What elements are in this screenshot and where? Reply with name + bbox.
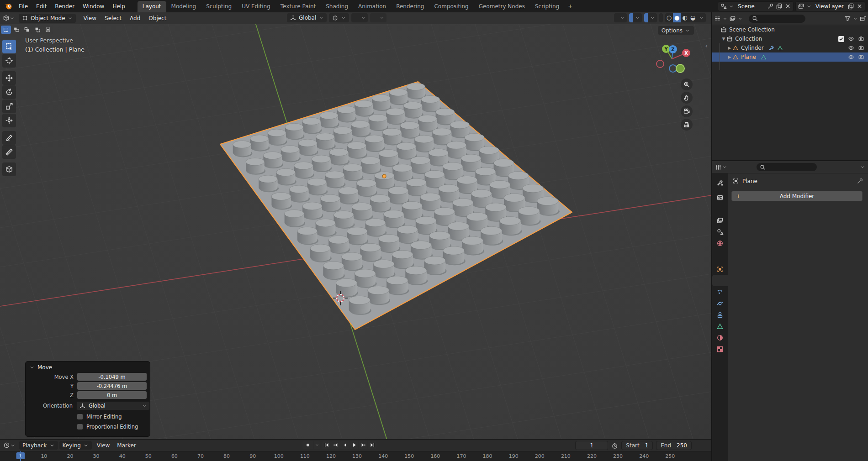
- tab-shading[interactable]: Shading: [321, 1, 353, 12]
- magnet-icon[interactable]: [351, 13, 355, 22]
- properties-tab-data[interactable]: [712, 320, 728, 332]
- tab-layout[interactable]: Layout: [138, 1, 166, 12]
- properties-tab-scene[interactable]: [712, 226, 728, 237]
- properties-tab-render[interactable]: [712, 192, 728, 203]
- timeline-menu-playback[interactable]: Playback: [19, 441, 58, 450]
- tab-uv-editing[interactable]: UV Editing: [237, 1, 275, 12]
- camera-icon[interactable]: [858, 36, 864, 42]
- tool-scale[interactable]: [2, 100, 16, 113]
- tab-scripting[interactable]: Scripting: [530, 1, 564, 12]
- viewport-canvas[interactable]: Options User Perspective (1) Collection …: [0, 24, 711, 440]
- camera-icon[interactable]: [858, 54, 864, 60]
- properties-tab-texture[interactable]: [712, 343, 728, 355]
- properties-tab-object[interactable]: [712, 263, 728, 275]
- blender-logo[interactable]: [4, 2, 13, 10]
- xray-toggle[interactable]: [659, 13, 663, 22]
- tool-move[interactable]: [2, 71, 16, 85]
- shading-rendered-button[interactable]: ◒: [689, 13, 697, 22]
- gizmos-toggle[interactable]: [629, 13, 642, 22]
- tool-annotate[interactable]: [2, 131, 16, 145]
- eye-icon[interactable]: [848, 54, 854, 60]
- tab-modeling[interactable]: Modeling: [166, 1, 201, 12]
- select-mode-subtract[interactable]: [22, 26, 32, 34]
- prev-frame-button[interactable]: [340, 441, 349, 449]
- timeline-editor-icon[interactable]: [3, 442, 10, 449]
- outliner-row-collection[interactable]: ▼Collection: [712, 34, 868, 43]
- navigation-gizmo[interactable]: YZX: [651, 40, 695, 81]
- tool-add-cube[interactable]: [2, 162, 16, 176]
- viewport-menu-object[interactable]: Object: [144, 14, 170, 23]
- properties-editor-icon[interactable]: [715, 164, 722, 171]
- tab-rendering[interactable]: Rendering: [391, 1, 429, 12]
- pin-icon[interactable]: [857, 178, 863, 184]
- next-keyframe-button[interactable]: [359, 441, 367, 449]
- viewport-menu-view[interactable]: View: [79, 14, 101, 23]
- view-layer-selector[interactable]: ViewLayer: [795, 1, 865, 11]
- pin-icon[interactable]: [767, 3, 774, 10]
- properties-tab-view-layer[interactable]: [712, 215, 728, 226]
- properties-tab-particles[interactable]: [712, 286, 728, 298]
- tab-sculpting[interactable]: Sculpting: [201, 1, 237, 12]
- tool-select-box[interactable]: [2, 40, 16, 53]
- checkbox-icon[interactable]: [77, 414, 83, 419]
- chevron-down-icon[interactable]: [359, 13, 368, 22]
- tab-texture-paint[interactable]: Texture Paint: [275, 1, 321, 12]
- zoom-button[interactable]: [681, 79, 693, 90]
- outliner-row-cylinder[interactable]: ▶Cylinder: [712, 43, 868, 52]
- close-icon[interactable]: [784, 3, 791, 10]
- jump-end-button[interactable]: [368, 441, 376, 449]
- editor-type-icon[interactable]: [3, 15, 10, 21]
- outliner-search-input[interactable]: [749, 15, 805, 23]
- snap-target-dropdown[interactable]: [355, 13, 359, 22]
- properties-tab-tool[interactable]: [712, 177, 728, 189]
- select-mode-set[interactable]: [1, 26, 11, 34]
- end-frame-field[interactable]: End 250: [656, 441, 692, 450]
- sidebar-collapse-icon[interactable]: ‹: [705, 42, 708, 49]
- start-frame-field[interactable]: Start 1: [621, 441, 653, 450]
- checkbox-icon[interactable]: [838, 36, 844, 42]
- shading-solid-button[interactable]: ●: [673, 13, 681, 22]
- add-workspace-button[interactable]: +: [564, 1, 576, 11]
- chevron-down-icon[interactable]: [860, 164, 865, 170]
- disclosure-icon[interactable]: ▶: [727, 46, 732, 50]
- properties-search-input[interactable]: [757, 163, 817, 171]
- outliner-filter-id-icon[interactable]: [729, 15, 736, 22]
- timeline-menu-view[interactable]: View: [93, 441, 113, 450]
- tool-rotate[interactable]: [2, 85, 16, 99]
- select-mode-intersect[interactable]: [43, 26, 53, 34]
- shading-wireframe-button[interactable]: ○: [665, 13, 673, 22]
- options-button[interactable]: Options: [658, 26, 694, 35]
- proportional-editing-icon[interactable]: [370, 13, 374, 22]
- properties-tab-constraints[interactable]: [712, 309, 728, 320]
- tool-transform[interactable]: [2, 114, 16, 127]
- pan-button[interactable]: [681, 92, 693, 104]
- shading-material-button[interactable]: ◐: [681, 13, 688, 22]
- play-button[interactable]: [349, 441, 358, 449]
- outliner-row-plane[interactable]: ▶Plane: [712, 52, 868, 62]
- move-field-value[interactable]: 0 m: [77, 391, 147, 399]
- checkbox-icon[interactable]: [77, 424, 83, 430]
- new-collection-icon[interactable]: [859, 15, 866, 22]
- menu-render[interactable]: Render: [51, 1, 79, 11]
- disclosure-icon[interactable]: ▼: [721, 37, 726, 41]
- prev-keyframe-button[interactable]: [331, 441, 340, 449]
- falloff-curve-icon[interactable]: [374, 13, 377, 22]
- pivot-dropdown[interactable]: [329, 13, 349, 22]
- properties-tab-physics[interactable]: [712, 298, 728, 309]
- properties-tab-world[interactable]: [712, 237, 728, 249]
- visibility-dropdown[interactable]: [614, 13, 627, 22]
- close-icon[interactable]: [856, 3, 863, 10]
- viewport-menu-select[interactable]: Select: [101, 14, 126, 23]
- tab-geometry-nodes[interactable]: Geometry Nodes: [474, 1, 530, 12]
- chevron-down-icon[interactable]: [314, 441, 320, 449]
- menu-help[interactable]: Help: [108, 1, 129, 11]
- move-panel-header[interactable]: Move: [26, 361, 150, 372]
- properties-tab-material[interactable]: [712, 332, 728, 343]
- tab-animation[interactable]: Animation: [353, 1, 391, 12]
- move-field-value[interactable]: -0.1049 m: [77, 373, 147, 381]
- chevron-down-icon[interactable]: [697, 13, 706, 22]
- tool-measure[interactable]: [2, 145, 16, 159]
- mode-dropdown[interactable]: Object Mode: [19, 14, 76, 23]
- chevron-down-icon[interactable]: [377, 13, 386, 22]
- timeline-menu-marker[interactable]: Marker: [113, 441, 139, 450]
